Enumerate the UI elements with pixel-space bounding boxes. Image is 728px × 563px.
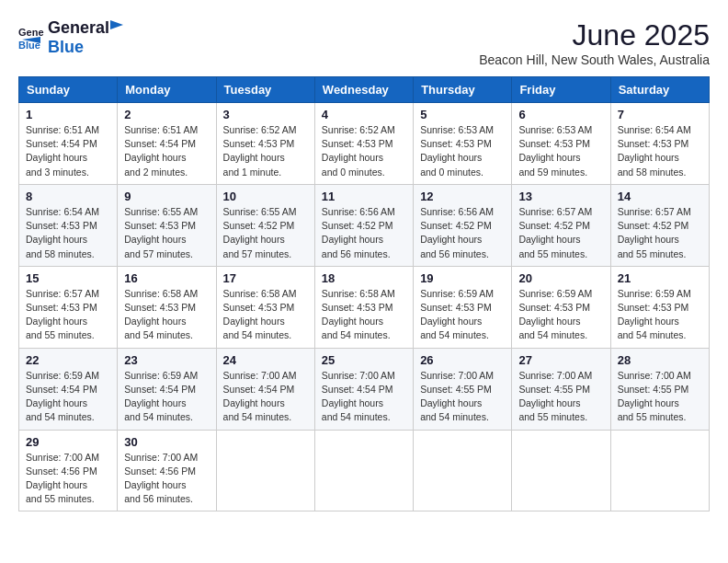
day-info: Sunrise: 6:59 AMSunset: 4:54 PMDaylight …	[26, 369, 110, 425]
day-cell: 18Sunrise: 6:58 AMSunset: 4:53 PMDayligh…	[314, 266, 413, 348]
day-number: 27	[518, 353, 603, 367]
day-number: 6	[518, 108, 603, 121]
day-cell: 28Sunrise: 7:00 AMSunset: 4:55 PMDayligh…	[610, 348, 709, 430]
logo-icon: General Blue	[18, 25, 44, 51]
week-row-4: 22Sunrise: 6:59 AMSunset: 4:54 PMDayligh…	[19, 348, 710, 430]
day-cell: 27Sunrise: 7:00 AMSunset: 4:55 PMDayligh…	[512, 348, 610, 430]
day-number: 23	[124, 353, 209, 367]
day-info: Sunrise: 6:58 AMSunset: 4:53 PMDaylight …	[124, 287, 209, 343]
day-cell: 16Sunrise: 6:58 AMSunset: 4:53 PMDayligh…	[118, 266, 216, 348]
day-cell: 29Sunrise: 7:00 AMSunset: 4:56 PMDayligh…	[19, 430, 118, 511]
header-tuesday: Tuesday	[216, 77, 314, 103]
logo-general: General	[48, 18, 109, 38]
day-cell	[216, 430, 314, 511]
day-info: Sunrise: 7:00 AMSunset: 4:55 PMDaylight …	[420, 369, 505, 425]
day-number: 7	[618, 108, 702, 121]
day-cell: 9Sunrise: 6:55 AMSunset: 4:53 PMDaylight…	[118, 184, 216, 266]
location-title: Beacon Hill, New South Wales, Australia	[479, 52, 710, 67]
day-cell: 25Sunrise: 7:00 AMSunset: 4:54 PMDayligh…	[314, 348, 413, 430]
day-number: 21	[618, 271, 702, 285]
day-cell: 10Sunrise: 6:55 AMSunset: 4:52 PMDayligh…	[216, 184, 314, 266]
day-info: Sunrise: 6:59 AMSunset: 4:54 PMDaylight …	[124, 369, 209, 425]
day-info: Sunrise: 6:59 AMSunset: 4:53 PMDaylight …	[420, 287, 505, 343]
day-cell: 12Sunrise: 6:56 AMSunset: 4:52 PMDayligh…	[414, 184, 512, 266]
logo: General Blue General Blue	[18, 18, 126, 57]
day-number: 20	[518, 271, 603, 285]
logo-flag-icon	[110, 20, 125, 33]
day-cell: 30Sunrise: 7:00 AMSunset: 4:56 PMDayligh…	[118, 430, 216, 511]
day-cell: 13Sunrise: 6:57 AMSunset: 4:52 PMDayligh…	[512, 184, 610, 266]
day-cell: 5Sunrise: 6:53 AMSunset: 4:53 PMDaylight…	[414, 103, 512, 185]
day-cell: 1Sunrise: 6:51 AMSunset: 4:54 PMDaylight…	[19, 103, 118, 185]
day-number: 30	[124, 435, 209, 449]
day-number: 29	[26, 435, 110, 449]
logo-blue: Blue	[48, 38, 84, 56]
svg-marker-3	[110, 20, 123, 29]
svg-text:General: General	[18, 27, 44, 38]
title-area: June 2025 Beacon Hill, New South Wales, …	[479, 18, 710, 67]
day-cell: 17Sunrise: 6:58 AMSunset: 4:53 PMDayligh…	[216, 266, 314, 348]
day-number: 18	[322, 271, 406, 285]
day-info: Sunrise: 6:52 AMSunset: 4:53 PMDaylight …	[223, 123, 308, 179]
day-number: 15	[26, 271, 110, 285]
header-sunday: Sunday	[19, 77, 118, 103]
header-friday: Friday	[512, 77, 610, 103]
day-cell	[512, 430, 610, 511]
day-cell: 6Sunrise: 6:53 AMSunset: 4:53 PMDaylight…	[512, 103, 610, 185]
day-cell: 4Sunrise: 6:52 AMSunset: 4:53 PMDaylight…	[314, 103, 413, 185]
week-row-1: 1Sunrise: 6:51 AMSunset: 4:54 PMDaylight…	[19, 103, 710, 185]
day-info: Sunrise: 7:00 AMSunset: 4:55 PMDaylight …	[518, 369, 603, 425]
day-number: 24	[223, 353, 308, 367]
day-number: 11	[322, 190, 406, 203]
day-number: 12	[420, 190, 505, 203]
day-number: 1	[26, 108, 110, 121]
day-cell: 19Sunrise: 6:59 AMSunset: 4:53 PMDayligh…	[414, 266, 512, 348]
week-row-3: 15Sunrise: 6:57 AMSunset: 4:53 PMDayligh…	[19, 266, 710, 348]
day-info: Sunrise: 6:52 AMSunset: 4:53 PMDaylight …	[322, 123, 406, 179]
day-number: 14	[618, 190, 702, 203]
week-row-5: 29Sunrise: 7:00 AMSunset: 4:56 PMDayligh…	[19, 430, 710, 511]
header-saturday: Saturday	[610, 77, 709, 103]
day-info: Sunrise: 6:51 AMSunset: 4:54 PMDaylight …	[124, 123, 209, 179]
day-cell: 21Sunrise: 6:59 AMSunset: 4:53 PMDayligh…	[610, 266, 709, 348]
day-info: Sunrise: 6:51 AMSunset: 4:54 PMDaylight …	[26, 123, 110, 179]
day-info: Sunrise: 7:00 AMSunset: 4:54 PMDaylight …	[322, 369, 406, 425]
day-info: Sunrise: 6:53 AMSunset: 4:53 PMDaylight …	[420, 123, 505, 179]
header-thursday: Thursday	[414, 77, 512, 103]
day-number: 25	[322, 353, 406, 367]
day-number: 5	[420, 108, 505, 121]
day-info: Sunrise: 7:00 AMSunset: 4:56 PMDaylight …	[26, 451, 110, 507]
day-cell	[414, 430, 512, 511]
day-cell: 22Sunrise: 6:59 AMSunset: 4:54 PMDayligh…	[19, 348, 118, 430]
day-number: 8	[26, 190, 110, 203]
day-number: 2	[124, 108, 209, 121]
day-info: Sunrise: 7:00 AMSunset: 4:54 PMDaylight …	[223, 369, 308, 425]
day-cell: 23Sunrise: 6:59 AMSunset: 4:54 PMDayligh…	[118, 348, 216, 430]
day-cell: 7Sunrise: 6:54 AMSunset: 4:53 PMDaylight…	[610, 103, 709, 185]
day-number: 4	[322, 108, 406, 121]
day-info: Sunrise: 6:57 AMSunset: 4:53 PMDaylight …	[26, 287, 110, 343]
day-cell: 26Sunrise: 7:00 AMSunset: 4:55 PMDayligh…	[414, 348, 512, 430]
day-info: Sunrise: 6:59 AMSunset: 4:53 PMDaylight …	[518, 287, 603, 343]
day-cell: 3Sunrise: 6:52 AMSunset: 4:53 PMDaylight…	[216, 103, 314, 185]
calendar-table: SundayMondayTuesdayWednesdayThursdayFrid…	[18, 76, 710, 511]
day-info: Sunrise: 6:56 AMSunset: 4:52 PMDaylight …	[322, 205, 406, 261]
day-info: Sunrise: 7:00 AMSunset: 4:56 PMDaylight …	[124, 451, 209, 507]
day-info: Sunrise: 6:57 AMSunset: 4:52 PMDaylight …	[618, 205, 702, 261]
day-number: 3	[223, 108, 308, 121]
header: General Blue General Blue June 2025 Beac…	[18, 18, 710, 67]
day-number: 17	[223, 271, 308, 285]
day-number: 10	[223, 190, 308, 203]
day-cell: 15Sunrise: 6:57 AMSunset: 4:53 PMDayligh…	[19, 266, 118, 348]
svg-text:Blue: Blue	[18, 40, 40, 51]
calendar-header-row: SundayMondayTuesdayWednesdayThursdayFrid…	[19, 77, 710, 103]
day-cell: 8Sunrise: 6:54 AMSunset: 4:53 PMDaylight…	[19, 184, 118, 266]
day-info: Sunrise: 6:53 AMSunset: 4:53 PMDaylight …	[518, 123, 603, 179]
day-info: Sunrise: 6:55 AMSunset: 4:52 PMDaylight …	[223, 205, 308, 261]
day-info: Sunrise: 6:56 AMSunset: 4:52 PMDaylight …	[420, 205, 505, 261]
day-number: 22	[26, 353, 110, 367]
day-cell	[314, 430, 413, 511]
day-info: Sunrise: 6:58 AMSunset: 4:53 PMDaylight …	[322, 287, 406, 343]
day-info: Sunrise: 6:58 AMSunset: 4:53 PMDaylight …	[223, 287, 308, 343]
month-title: June 2025	[479, 18, 710, 52]
